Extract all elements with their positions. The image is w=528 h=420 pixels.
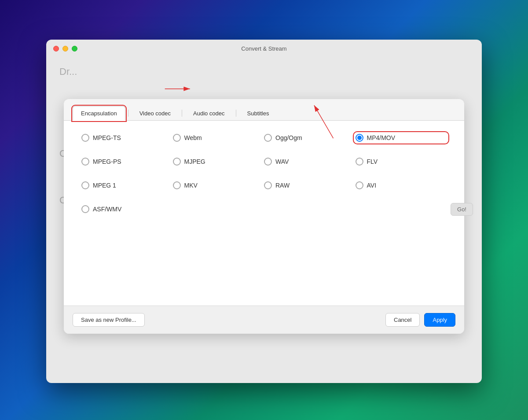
mac-window: Convert & Stream Dr... Ch... Ch... Encap… bbox=[46, 40, 482, 383]
tab-video-codec[interactable]: Video codec bbox=[131, 106, 179, 120]
save-profile-button[interactable]: Save as new Profile... bbox=[73, 313, 145, 327]
format-grid: MPEG-TS Webm Ogg/Ogm MP4/MOV bbox=[81, 134, 447, 213]
tab-content-encapsulation: MPEG-TS Webm Ogg/Ogm MP4/MOV bbox=[64, 121, 464, 306]
go-button[interactable]: Go! bbox=[451, 203, 473, 216]
format-mp4-mov[interactable]: MP4/MOV bbox=[356, 134, 447, 142]
radio-ogg-ogm[interactable] bbox=[264, 134, 272, 142]
format-mkv[interactable]: MKV bbox=[173, 181, 264, 189]
dialog-footer: Save as new Profile... Cancel Apply bbox=[64, 306, 464, 334]
radio-mp4-mov[interactable] bbox=[356, 134, 363, 142]
radio-avi[interactable] bbox=[356, 181, 363, 189]
dialog: Encapsulation Video codec Audio codec Su… bbox=[64, 99, 464, 334]
radio-flv[interactable] bbox=[356, 158, 363, 166]
format-raw[interactable]: RAW bbox=[264, 181, 356, 189]
format-mjpeg[interactable]: MJPEG bbox=[173, 158, 264, 166]
format-mpeg-1[interactable]: MPEG 1 bbox=[81, 181, 173, 189]
window-title: Convert & Stream bbox=[241, 45, 286, 52]
format-flv[interactable]: FLV bbox=[356, 158, 447, 166]
format-mpeg-ps[interactable]: MPEG-PS bbox=[81, 158, 173, 166]
radio-mkv[interactable] bbox=[173, 181, 181, 189]
radio-asf-wmv[interactable] bbox=[81, 205, 89, 213]
format-wav[interactable]: WAV bbox=[264, 158, 356, 166]
format-mpeg-ts[interactable]: MPEG-TS bbox=[81, 134, 173, 142]
radio-raw[interactable] bbox=[264, 181, 272, 189]
bg-drop-text: Dr... bbox=[59, 66, 469, 77]
minimize-button[interactable] bbox=[62, 46, 68, 52]
tab-encapsulation[interactable]: Encapsulation bbox=[73, 106, 125, 121]
close-button[interactable] bbox=[53, 46, 59, 52]
radio-wav[interactable] bbox=[264, 158, 272, 166]
titlebar: Convert & Stream bbox=[46, 40, 482, 57]
format-asf-wmv[interactable]: ASF/WMV bbox=[81, 205, 173, 213]
tab-subtitles[interactable]: Subtitles bbox=[239, 106, 278, 120]
format-webm[interactable]: Webm bbox=[173, 134, 264, 142]
tabs-bar: Encapsulation Video codec Audio codec Su… bbox=[64, 99, 464, 121]
tab-audio-codec[interactable]: Audio codec bbox=[185, 106, 233, 120]
window-content: Dr... Ch... Ch... Encapsulation Video co… bbox=[46, 57, 482, 224]
maximize-button[interactable] bbox=[72, 46, 77, 52]
radio-webm[interactable] bbox=[173, 134, 181, 142]
radio-mpeg-1[interactable] bbox=[81, 181, 89, 189]
format-avi[interactable]: AVI bbox=[356, 181, 447, 189]
radio-mpeg-ps[interactable] bbox=[81, 158, 89, 166]
radio-mpeg-ts[interactable] bbox=[81, 134, 89, 142]
apply-button[interactable]: Apply bbox=[424, 313, 455, 327]
radio-mjpeg[interactable] bbox=[173, 158, 181, 166]
format-ogg-ogm[interactable]: Ogg/Ogm bbox=[264, 134, 356, 142]
cancel-button[interactable]: Cancel bbox=[385, 313, 420, 327]
footer-actions: Cancel Apply bbox=[385, 313, 455, 327]
traffic-lights bbox=[53, 46, 77, 52]
